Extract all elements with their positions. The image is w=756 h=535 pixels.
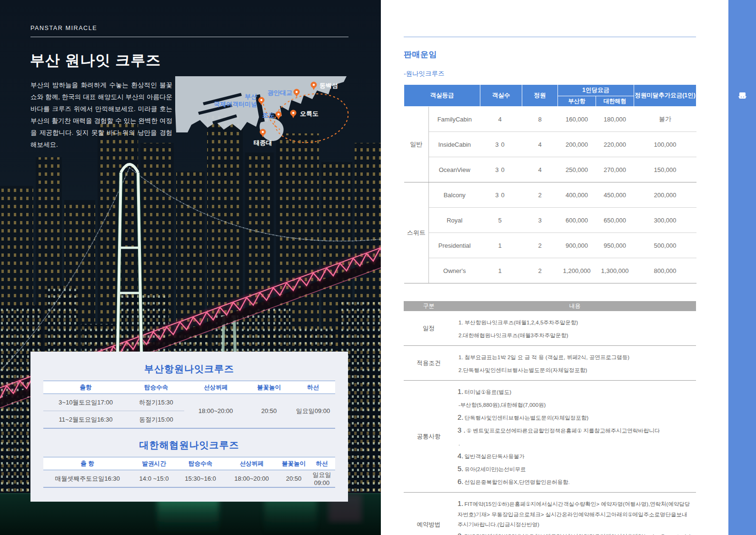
line-text: 1. 부산항원나잇크루즈(매월1,2,4,5주차주말운항)	[458, 320, 578, 325]
strait-fare-cell: 450,000	[596, 182, 634, 208]
terms-line: 2.단독행사및인센티브행사는별도문의(자체일정포함)	[458, 363, 692, 376]
header-fare-per-person: 1인당요금	[558, 85, 634, 96]
schedule-card: 부산항원나잇크루즈 출항 탑승수속 선상뷔페 불꽃놀이 하선 3~10월토요일1…	[30, 352, 348, 502]
header-content: 내용	[454, 301, 696, 311]
capacity-cell: 4	[522, 157, 558, 182]
col-buffet: 선상뷔페	[224, 457, 279, 470]
strait-cruise-title: 대한해협원나잇크루즈	[30, 439, 348, 452]
capacity-cell: 2	[522, 182, 558, 208]
cabin-count-cell: 5	[480, 208, 522, 233]
terms-header: 구분 내용	[404, 301, 696, 311]
departure-cell: 11~2월토요일16:30	[43, 411, 128, 429]
extra-charge-cell: 150,000	[634, 157, 696, 182]
label-jodo: 조도	[262, 111, 275, 119]
boarding-cell: 하절기15:30	[128, 394, 184, 411]
pin-jodo	[276, 111, 282, 120]
busan-fare-cell: 900,000	[558, 233, 596, 258]
line-number: 4.	[458, 452, 464, 460]
col-disembark: 하선	[291, 381, 335, 394]
table-row: OceanView 30 4 250,000 270,000 150,000	[404, 157, 696, 182]
label-oryukdo: 오륙도	[300, 110, 318, 117]
header-extra-charge: 정원미달추가요금(1인)	[634, 85, 696, 107]
fireworks-cell: 20:50	[279, 470, 308, 488]
line-text: 터미널①용료(별도)	[465, 389, 511, 395]
table-row: Royal 5 3 600,000 650,000 300,000	[404, 208, 696, 233]
cabin-count-cell: 30	[480, 132, 522, 157]
busan-cruise-title: 부산항원나잇크루즈	[30, 363, 348, 375]
fireworks-cell: 20:50	[247, 394, 291, 429]
busan-cruise-schedule-table: 출항 탑승수속 선상뷔페 불꽃놀이 하선 3~10월토요일17:00 하절기15…	[43, 381, 335, 429]
header-cabin-count: 객실수	[480, 85, 522, 107]
strait-fare-cell: 650,000	[596, 208, 634, 233]
table-header-row: 출항 탑승수속 선상뷔페 불꽃놀이 하선	[43, 381, 335, 394]
label-gwangan: 광안대교	[268, 89, 292, 96]
cabin-count-cell: 1	[480, 258, 522, 283]
terms-line: 2.대한해협원나잇크루즈(매월3주차주말운항)	[458, 328, 692, 341]
strait-fare-cell: 1,300,000	[596, 258, 634, 283]
capacity-cell: 2	[522, 233, 558, 258]
label-dongbaek: 동백섬	[319, 82, 338, 89]
cabin-name-cell: Royal	[429, 208, 480, 233]
capacity-cell: 3	[522, 208, 558, 233]
col-departure: 출 항	[43, 457, 131, 470]
extra-charge-cell: 100,000	[634, 132, 696, 157]
col-disembark: 하선	[308, 457, 335, 470]
subsection-title: -원나잇크루즈	[404, 70, 696, 78]
row-content: 1.FIT예약(15인①하)은홈페①지에서실시간객실수량확인> 예약자명(여행사…	[454, 496, 696, 535]
line-text: 1. 첨부요금표는1박 2일 요 금 적 용 (객실료, 뷔페2식, 공연프로그…	[458, 354, 629, 360]
capacity-cell: 8	[522, 107, 558, 132]
strait-fare-cell: 220,000	[596, 132, 634, 157]
departure-cell: 매월셋째주토요일16:30	[43, 470, 131, 488]
capacity-cell: 2	[522, 258, 558, 283]
line-text: 일반객실은단독사용불가	[465, 454, 525, 459]
table-header-row: 출 항 발권시간 탑승수속 선상뷔페 불꽃놀이 하선	[43, 457, 335, 470]
line-text: 선임은중복할인허용X,단연령할인은허용함.	[465, 479, 570, 485]
line-number: 2.	[458, 532, 464, 535]
extra-charge-cell: 200,000	[634, 182, 696, 208]
busan-fare-cell: 1,200,000	[558, 258, 596, 283]
terms-line: .	[458, 436, 692, 449]
row-label: 적용조건	[404, 349, 454, 377]
blue-side-bar	[728, 0, 756, 535]
label-terminal: 국제여객터미널	[214, 101, 257, 108]
line-text: 2.대한해협원나잇크루즈(매월3주차주말운항)	[458, 333, 568, 338]
buffet-cell: 18:00~20:00	[184, 394, 247, 429]
pin-oryukdo	[290, 110, 297, 119]
boarding-cell: 동절기15:00	[128, 411, 184, 429]
line-number: 6.	[458, 477, 464, 485]
busan-fare-cell: 400,000	[558, 182, 596, 208]
cabin-name-cell: FamilyCabin	[429, 107, 480, 132]
brand-text: PANSTAR MIRACLE	[30, 25, 97, 31]
cabin-name-cell: Presidential	[429, 233, 480, 258]
cabin-count-cell: 30	[480, 182, 522, 208]
cabin-name-cell: Balcony	[429, 182, 480, 208]
cabin-name-cell: InsideCabin	[429, 132, 480, 157]
terms-line: 1.FIT예약(15인①하)은홈페①지에서실시간객실수량확인> 예약자명(여행사…	[458, 497, 692, 529]
section-title: 판매운임	[404, 49, 696, 60]
terms-table: 구분 내용 일정 1. 부산항원나잇크루즈(매월1,2,4,5주차주말운항) 2…	[404, 301, 696, 535]
cabin-count-cell: 4	[480, 107, 522, 132]
row-content: 1. 첨부요금표는1박 2일 요 금 적 용 (객실료, 뷔페2식, 공연프로그…	[454, 349, 696, 377]
row-label: 일정	[404, 314, 454, 342]
terms-line: 1.터미널①용료(별도)	[458, 385, 692, 398]
col-fireworks: 불꽃놀이	[279, 457, 308, 470]
line-number: 1.	[458, 499, 464, 507]
table-header-row: 객실등급 객실수 정원 1인당요금 정원미달추가요금(1인)	[404, 85, 696, 96]
busan-fare-cell: 200,000	[558, 132, 596, 157]
label-taejongdae: 태종대	[254, 139, 272, 146]
busan-fare-cell: 160,000	[558, 107, 596, 132]
terms-line: 6.선임은중복할인허용X,단연령할인은허용함.	[458, 475, 692, 488]
cabin-count-cell: 1	[480, 233, 522, 258]
terms-row-common: 공통사항 1.터미널①용료(별도) -부산항(5,880원),대한해협(7,00…	[404, 381, 696, 493]
group-standard: 일반	[404, 107, 429, 182]
strait-cruise-schedule-table: 출 항 발권시간 탑승수속 선상뷔페 불꽃놀이 하선 매월셋째주토요일16:30…	[43, 457, 335, 488]
page-title: 부산 원나잇 크루즈	[30, 50, 161, 71]
line-text: 2.단독행사및인센티브행사는별도문의(자체일정포함)	[458, 367, 587, 373]
extra-charge-cell: 800,000	[634, 258, 696, 283]
row-content: 1.터미널①용료(별도) -부산항(5,880원),대한해협(7,000원) 2…	[454, 384, 696, 489]
terms-line: -부산항(5,880원),대한해협(7,000원)	[458, 398, 692, 411]
line-text: ① 벤트및프로모션에따른요금할인정책은홈페① 지를참고해주시고연락바랍니다	[467, 428, 660, 434]
table-row: 스위트 Balcony 30 2 400,000 450,000 200,000	[404, 182, 696, 208]
header-category: 구분	[404, 301, 454, 311]
strait-fare-cell: 270,000	[596, 157, 634, 182]
